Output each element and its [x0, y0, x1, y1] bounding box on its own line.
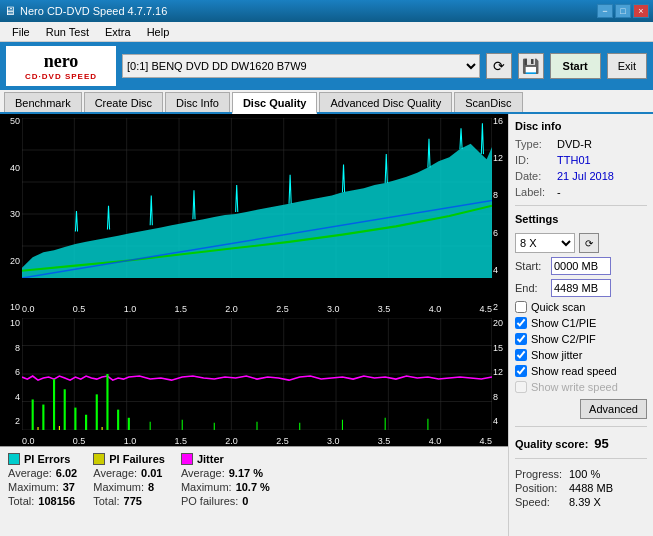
settings-title: Settings: [515, 213, 647, 225]
disc-id-row: ID: TTH01: [515, 154, 647, 166]
end-row: End:: [515, 279, 647, 297]
save-icon-button[interactable]: 💾: [518, 53, 544, 79]
position-label: Position:: [515, 482, 565, 494]
menu-run-test[interactable]: Run Test: [38, 24, 97, 40]
progress-item: Progress: 100 %: [515, 468, 647, 480]
speed-select[interactable]: 8 X: [515, 233, 575, 253]
start-button[interactable]: Start: [550, 53, 601, 79]
menu-bar: File Run Test Extra Help: [0, 22, 653, 42]
top-chart: 5040302010 16128642: [0, 114, 508, 314]
progress-label: Progress:: [515, 468, 565, 480]
bottom-chart-y-left: 108642: [0, 316, 22, 428]
top-chart-svg: [22, 118, 492, 278]
title-bar-buttons: − □ ×: [597, 4, 649, 18]
jitter-color: [181, 453, 193, 465]
disc-info-title: Disc info: [515, 120, 647, 132]
legend-jitter: Jitter Average:9.17 % Maximum:10.7 % PO …: [181, 453, 270, 507]
show-write-speed-checkbox: [515, 381, 527, 393]
title-bar-title: Nero CD-DVD Speed 4.7.7.16: [16, 5, 597, 17]
show-c1pie-row: Show C1/PIE: [515, 317, 647, 329]
show-c2pif-checkbox[interactable]: [515, 333, 527, 345]
end-label: End:: [515, 282, 547, 294]
menu-file[interactable]: File: [4, 24, 38, 40]
speed-row: 8 X ⟳: [515, 233, 647, 253]
tab-disc-info[interactable]: Disc Info: [165, 92, 230, 112]
show-c2pif-label: Show C2/PIF: [531, 333, 596, 345]
speed-refresh-icon[interactable]: ⟳: [579, 233, 599, 253]
exit-button[interactable]: Exit: [607, 53, 647, 79]
logo-sub-text: CD·DVD SPEED: [25, 72, 97, 81]
disc-date-value: 21 Jul 2018: [557, 170, 614, 182]
pi-errors-avg-value: 6.02: [56, 467, 77, 479]
tab-advanced-disc-quality[interactable]: Advanced Disc Quality: [319, 92, 452, 112]
menu-help[interactable]: Help: [139, 24, 178, 40]
progress-section: Progress: 100 % Position: 4488 MB Speed:…: [515, 468, 647, 508]
title-bar: 🖥 Nero CD-DVD Speed 4.7.7.16 − □ ×: [0, 0, 653, 22]
quick-scan-checkbox[interactable]: [515, 301, 527, 313]
divider-3: [515, 458, 647, 459]
divider-2: [515, 426, 647, 427]
tab-create-disc[interactable]: Create Disc: [84, 92, 163, 112]
pi-errors-avg-label: Average:: [8, 467, 52, 479]
jitter-title: Jitter: [197, 453, 224, 465]
disc-type-row: Type: DVD-R: [515, 138, 647, 150]
tab-benchmark[interactable]: Benchmark: [4, 92, 82, 112]
disc-date-label: Date:: [515, 170, 553, 182]
pi-errors-max-value: 37: [63, 481, 75, 493]
title-bar-icon: 🖥: [4, 4, 16, 18]
jitter-max-label: Maximum:: [181, 481, 232, 493]
main-content: 5040302010 16128642: [0, 114, 653, 536]
tab-scan-disc[interactable]: ScanDisc: [454, 92, 522, 112]
show-jitter-checkbox[interactable]: [515, 349, 527, 361]
disc-date-row: Date: 21 Jul 2018: [515, 170, 647, 182]
minimize-button[interactable]: −: [597, 4, 613, 18]
show-read-speed-label: Show read speed: [531, 365, 617, 377]
advanced-button[interactable]: Advanced: [580, 399, 647, 419]
pi-errors-color: [8, 453, 20, 465]
disc-label-label: Label:: [515, 186, 553, 198]
right-panel: Disc info Type: DVD-R ID: TTH01 Date: 21…: [508, 114, 653, 536]
pi-errors-max-label: Maximum:: [8, 481, 59, 493]
end-input[interactable]: [551, 279, 611, 297]
app-header: nero CD·DVD SPEED [0:1] BENQ DVD DD DW16…: [0, 42, 653, 90]
position-item: Position: 4488 MB: [515, 482, 647, 494]
pi-failures-avg-label: Average:: [93, 467, 137, 479]
logo-nero-text: nero: [44, 51, 79, 72]
start-input[interactable]: [551, 257, 611, 275]
quality-value: 95: [594, 436, 608, 451]
pi-errors-title: PI Errors: [24, 453, 70, 465]
jitter-avg-value: 9.17 %: [229, 467, 263, 479]
refresh-icon-button[interactable]: ⟳: [486, 53, 512, 79]
speed-item: Speed: 8.39 X: [515, 496, 647, 508]
maximize-button[interactable]: □: [615, 4, 631, 18]
jitter-po-label: PO failures:: [181, 495, 238, 507]
start-label: Start:: [515, 260, 547, 272]
jitter-avg-label: Average:: [181, 467, 225, 479]
top-chart-y-left: 5040302010: [0, 114, 22, 314]
pi-failures-color: [93, 453, 105, 465]
speed-value: 8.39 X: [569, 496, 601, 508]
quick-scan-row: Quick scan: [515, 301, 647, 313]
bottom-chart-x-labels: 0.00.51.01.52.02.53.03.54.04.5: [22, 436, 492, 446]
show-write-speed-row: Show write speed: [515, 381, 647, 393]
top-chart-y-right: 16128642: [492, 114, 508, 314]
bottom-chart-svg: [22, 318, 492, 430]
menu-extra[interactable]: Extra: [97, 24, 139, 40]
tab-disc-quality[interactable]: Disc Quality: [232, 92, 318, 114]
disc-type-value: DVD-R: [557, 138, 592, 150]
jitter-max-value: 10.7 %: [236, 481, 270, 493]
divider-1: [515, 205, 647, 206]
app-logo: nero CD·DVD SPEED: [6, 46, 116, 86]
show-jitter-row: Show jitter: [515, 349, 647, 361]
start-row: Start:: [515, 257, 647, 275]
show-read-speed-checkbox[interactable]: [515, 365, 527, 377]
disc-id-label: ID:: [515, 154, 553, 166]
pi-failures-max-value: 8: [148, 481, 154, 493]
show-jitter-label: Show jitter: [531, 349, 582, 361]
jitter-po-value: 0: [242, 495, 248, 507]
drive-select[interactable]: [0:1] BENQ DVD DD DW1620 B7W9: [122, 54, 480, 78]
quality-label: Quality score:: [515, 438, 588, 450]
close-button[interactable]: ×: [633, 4, 649, 18]
pi-failures-title: PI Failures: [109, 453, 165, 465]
show-c1pie-checkbox[interactable]: [515, 317, 527, 329]
